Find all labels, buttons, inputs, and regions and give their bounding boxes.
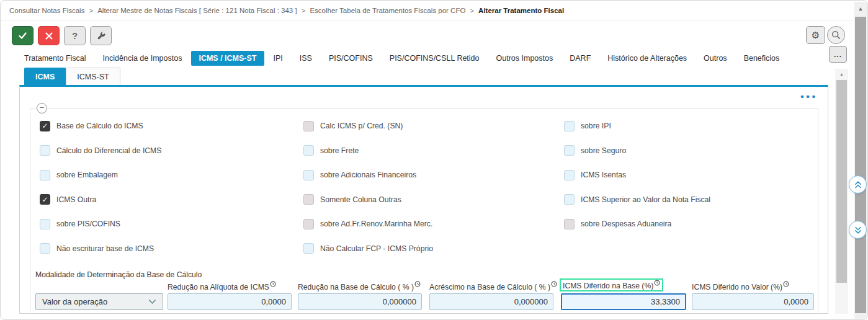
checkbox-row[interactable]: sobre PIS/COFINS	[40, 218, 161, 229]
app-window: Consultar Notas Fiscais > Alterar Mestre…	[0, 0, 868, 320]
collapse-group-button[interactable]: −	[37, 103, 47, 113]
scroll-to-top-button[interactable]	[849, 176, 867, 193]
modalidade-value: Valor da operação	[42, 297, 107, 306]
scroll-up-arrow-icon[interactable]: ▲	[835, 69, 848, 79]
field-label: Redução na Base de Cálculo ( % )	[298, 281, 421, 291]
checkbox-row[interactable]: Não escriturar base de ICMS	[40, 243, 161, 254]
checkbox[interactable]	[564, 194, 575, 205]
main-tab-9[interactable]: DARF	[562, 51, 598, 66]
icms-diferido-base-input[interactable]	[561, 293, 686, 310]
tab-icms-st[interactable]: ICMS-ST	[66, 68, 120, 85]
checkbox-label: Somente Coluna Outras	[320, 195, 401, 204]
checkbox-row[interactable]: ✓ICMS Outra	[40, 194, 161, 205]
settings-button[interactable]: ⚙	[806, 26, 825, 44]
main-tab-2[interactable]: Incidência de Impostos	[96, 51, 190, 66]
checkbox-row[interactable]: Somente Coluna Outras	[303, 194, 433, 205]
checkbox[interactable]: ✓	[40, 194, 50, 205]
checkbox[interactable]: ✓	[40, 121, 50, 131]
tools-button[interactable]	[90, 26, 112, 45]
field-history-icon	[551, 281, 557, 287]
checkbox-row[interactable]: sobre IPI	[564, 120, 710, 131]
checkbox-row[interactable]: ICMS Superior ao Valor da Nota Fiscal	[564, 194, 710, 205]
checkbox-label: sobre Despesas Aduaneira	[581, 220, 671, 228]
checkbox[interactable]	[40, 219, 50, 229]
sub-tabs: ICMS ICMS-ST	[24, 68, 120, 85]
tab-overflow-button[interactable]: ...	[829, 46, 847, 63]
checkbox-row[interactable]: ICMS Isentas	[564, 169, 710, 180]
breadcrumb: Consultar Notas Fiscais > Alterar Mestre…	[1, 1, 867, 20]
main-tab-5[interactable]: ISS	[292, 51, 320, 66]
checkbox[interactable]	[564, 170, 575, 180]
main-tab-11[interactable]: Outros	[696, 51, 735, 66]
help-button[interactable]: ?	[64, 26, 86, 45]
icms-diferido-valor-input[interactable]	[692, 293, 814, 310]
field-history-icon	[654, 280, 660, 286]
checkbox-label: ICMS Outra	[56, 195, 96, 204]
panel-scrollbar-thumb[interactable]	[836, 80, 847, 283]
reducao-aliquota-icms-input[interactable]	[168, 293, 292, 310]
content-panel: ICMS ICMS-ST ••• − ✓Base de Cálculo do I…	[19, 68, 828, 314]
checkbox-row[interactable]: ✓Base de Cálculo do ICMS	[40, 120, 161, 131]
checkbox-row[interactable]: Calc ICMS p/ Cred. (SN)	[303, 120, 433, 131]
main-tab-10[interactable]: Histórico de Alterações	[600, 51, 694, 66]
main-tab-4[interactable]: IPI	[266, 51, 290, 66]
close-icon	[45, 32, 53, 40]
main-tab-6[interactable]: PIS/COFINS	[321, 51, 380, 66]
checkbox-row[interactable]: sobre Ad.Fr.Renov.Marinha Merc.	[303, 218, 433, 229]
search-button[interactable]	[827, 26, 845, 44]
checkbox-row[interactable]: sobre Adicionais Financeiros	[303, 169, 433, 180]
checkbox-row[interactable]: sobre Seguro	[564, 145, 710, 156]
checkbox-label: sobre Frete	[320, 146, 359, 155]
checkbox-label: Não escriturar base de ICMS	[56, 244, 154, 253]
field-history-icon	[783, 281, 789, 287]
checkbox[interactable]	[303, 170, 314, 180]
checkbox-row[interactable]: sobre Despesas Aduaneira	[564, 218, 710, 229]
checkbox[interactable]	[564, 145, 575, 156]
main-tab-12[interactable]: Beneficios	[736, 51, 787, 66]
panel-scrollbar[interactable]: ▲	[835, 69, 848, 314]
checkbox[interactable]	[40, 243, 50, 254]
panel-menu-button[interactable]: •••	[800, 92, 818, 101]
checkbox-label: sobre IPI	[581, 122, 611, 130]
checkbox-label: sobre Embalagem	[56, 171, 118, 179]
cancel-button[interactable]	[38, 26, 60, 45]
scroll-to-bottom-button[interactable]	[849, 221, 867, 239]
confirm-button[interactable]	[12, 26, 34, 45]
checkbox-label: Base de Cálculo do ICMS	[56, 122, 143, 130]
main-tab-1[interactable]: Tratamento Fiscal	[17, 51, 94, 66]
checkbox-label: sobre Adicionais Financeiros	[320, 171, 416, 179]
checkbox-row[interactable]: Cálculo do Diferencial de ICMS	[40, 145, 161, 156]
field-label: Acréscimo na Base de Cálculo ( % )	[429, 281, 557, 291]
chevron-down-icon	[148, 299, 156, 304]
checkbox[interactable]	[40, 170, 50, 180]
main-tab-3[interactable]: ICMS / ICMS-ST	[191, 51, 264, 66]
breadcrumb-current: Alterar Tratamento Fiscal	[478, 7, 564, 14]
main-tab-8[interactable]: Outros Impostos	[489, 51, 561, 66]
checkbox-row[interactable]: Não Calcular FCP - ICMS Próprio	[303, 243, 433, 254]
checkbox-row[interactable]: sobre Embalagem	[40, 169, 161, 180]
acrescimo-base-calculo-input[interactable]	[429, 293, 553, 310]
field-history-icon	[270, 281, 276, 287]
checkbox[interactable]	[303, 243, 314, 254]
breadcrumb-item-3[interactable]: Escolher Tabela de Tratamentos Fiscais p…	[310, 7, 465, 14]
checkbox-row[interactable]: sobre Frete	[303, 145, 433, 156]
gear-icon: ⚙	[812, 30, 820, 40]
reducao-base-calculo-input[interactable]	[298, 293, 422, 310]
checkbox[interactable]	[564, 121, 575, 131]
tab-icms[interactable]: ICMS	[24, 68, 66, 85]
modalidade-label: Modalidade de Determinação da Base de Cá…	[35, 270, 172, 280]
scroll-up-arrow-icon[interactable]: ▲	[854, 2, 867, 16]
checkbox[interactable]	[40, 145, 50, 156]
breadcrumb-item-1[interactable]: Consultar Notas Fiscais	[9, 7, 84, 14]
breadcrumb-item-2[interactable]: Alterar Mestre de Notas Fiscais [ Série …	[97, 7, 297, 14]
breadcrumb-separator: >	[302, 7, 306, 14]
checkbox-label: Cálculo do Diferencial de ICMS	[56, 146, 161, 155]
checkbox-label: Não Calcular FCP - ICMS Próprio	[320, 244, 433, 253]
wrench-icon	[96, 31, 106, 41]
window-scrollbar-thumb[interactable]	[855, 17, 866, 313]
checkbox-label: sobre Seguro	[581, 146, 626, 155]
checkbox[interactable]	[303, 145, 314, 156]
window-scrollbar[interactable]: ▲	[854, 2, 867, 319]
modalidade-select[interactable]: Valor da operação	[35, 293, 163, 310]
main-tab-7[interactable]: PIS/COFINS/CSLL Retido	[382, 51, 487, 66]
